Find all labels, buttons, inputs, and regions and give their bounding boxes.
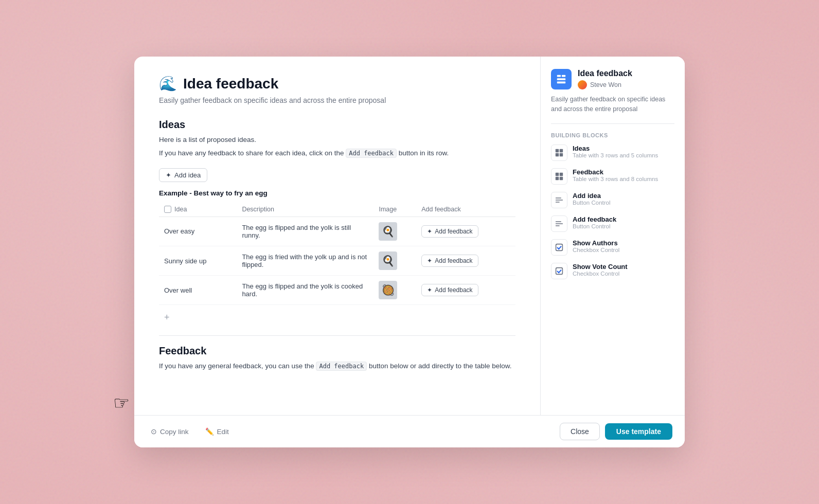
svg-rect-16 [556, 223, 563, 224]
svg-rect-5 [560, 149, 563, 152]
copy-link-label: Copy link [160, 428, 189, 436]
block-desc-4: Checkbox Control [573, 247, 619, 253]
add-idea-icon: ✦ [166, 171, 171, 179]
sidebar-panel: Idea feedback Steve Won Easily gather fe… [541, 57, 685, 415]
table-row: Sunny side up The egg is fried with the … [159, 246, 515, 276]
add-idea-label: Add idea [174, 171, 201, 179]
modal-body: 🌊 Idea feedback Easily gather feedback o… [134, 57, 685, 415]
feedback-button-1[interactable]: ✦ Add feedback [421, 255, 478, 267]
food-image-1: 🍳 [379, 251, 397, 270]
feedback-button-2[interactable]: ✦ Add feedback [421, 284, 478, 296]
example-label: Example - Best way to fry an egg [159, 189, 515, 197]
table-add-row-btn[interactable]: + [159, 309, 515, 326]
block-name-3: Add feedback [573, 215, 616, 223]
template-subtitle: Easily gather feedback on specific ideas… [159, 96, 515, 104]
copy-link-icon: ⊙ [151, 427, 157, 436]
modal-footer: ⊙ Copy link ✏️ Edit Close Use template [134, 415, 685, 447]
sidebar-template-icon [551, 69, 572, 89]
block-text-0: Ideas Table with 3 rows and 5 columns [573, 145, 658, 158]
cell-image-2: 🥘 [373, 276, 416, 305]
food-image-0: 🍳 [379, 222, 397, 241]
svg-rect-13 [556, 200, 563, 201]
block-text-2: Add idea Button Control [573, 192, 611, 206]
sidebar-title: Idea feedback [578, 69, 632, 78]
svg-rect-15 [556, 221, 561, 222]
cell-feedback-1: ✦ Add feedback [416, 246, 515, 276]
template-title: Idea feedback [183, 76, 278, 92]
block-name-5: Show Vote Count [573, 263, 628, 271]
template-wave-icon: 🌊 [159, 75, 177, 92]
feedback-btn-icon-2: ✦ [427, 286, 432, 294]
template-header: 🌊 Idea feedback [159, 75, 515, 92]
use-template-button[interactable]: Use template [605, 423, 672, 440]
svg-rect-0 [557, 75, 561, 77]
edit-icon: ✏️ [205, 427, 214, 436]
svg-rect-11 [560, 176, 563, 179]
ideas-desc-2: If you have any feedback to share for ea… [159, 148, 515, 158]
svg-rect-1 [562, 75, 565, 77]
feedback-button-0[interactable]: ✦ Add feedback [421, 225, 478, 238]
block-icon-4 [551, 239, 567, 256]
block-name-0: Ideas [573, 145, 658, 152]
author-avatar [578, 80, 587, 89]
svg-rect-17 [556, 225, 560, 226]
block-name-1: Feedback [573, 168, 658, 176]
block-icon-1 [551, 168, 567, 185]
cell-feedback-2: ✦ Add feedback [416, 276, 515, 305]
edit-label: Edit [217, 428, 229, 436]
cell-desc-1: The egg is fried with the yolk up and is… [237, 246, 373, 276]
cell-idea-2: Over well [159, 276, 237, 305]
add-idea-button[interactable]: ✦ Add idea [159, 168, 207, 182]
svg-rect-12 [556, 197, 561, 199]
feedback-section: Feedback If you have any general feedbac… [159, 345, 515, 371]
building-blocks-label: BUILDING BLOCKS [551, 132, 674, 138]
ideas-section-heading: Ideas [159, 119, 515, 131]
edit-button[interactable]: ✏️ Edit [201, 424, 233, 439]
feedback-section-heading: Feedback [159, 345, 515, 357]
sidebar-divider [551, 123, 674, 124]
block-desc-5: Checkbox Control [573, 271, 628, 277]
footer-right: Close Use template [560, 423, 672, 440]
feedback-desc-post: button below or add directly to the tabl… [367, 362, 511, 370]
modal: 🌊 Idea feedback Easily gather feedback o… [134, 57, 685, 447]
svg-rect-9 [560, 172, 563, 175]
svg-rect-10 [556, 176, 559, 179]
feedback-desc-pre: If you have any general feedback, you ca… [159, 362, 316, 370]
cell-feedback-0: ✦ Add feedback [416, 217, 515, 246]
col-idea: Idea [159, 202, 237, 217]
ideas-desc-2-pre: If you have any feedback to share for ea… [159, 149, 346, 157]
block-icon-2 [551, 192, 567, 208]
block-name-4: Show Authors [573, 239, 619, 247]
svg-rect-3 [557, 82, 566, 84]
col-image: Image [373, 202, 416, 217]
block-text-4: Show Authors Checkbox Control [573, 239, 619, 253]
table-row: Over easy The egg is flipped and the yol… [159, 217, 515, 246]
cell-desc-2: The egg is flipped and the yolk is cooke… [237, 276, 373, 305]
food-image-2: 🥘 [379, 281, 397, 299]
sidebar-author: Steve Won [578, 80, 632, 89]
block-icon-0 [551, 145, 567, 161]
col-feedback: Add feedback [416, 202, 515, 217]
block-desc-2: Button Control [573, 200, 611, 206]
cell-image-1: 🍳 [373, 246, 416, 276]
sidebar-desc: Easily gather feedback on specific ideas… [551, 95, 674, 114]
block-item-3: Add feedback Button Control [551, 215, 674, 232]
cell-idea-0: Over easy [159, 217, 237, 246]
table-header-row: Idea Description Image Add feedback [159, 202, 515, 217]
footer-left: ⊙ Copy link ✏️ Edit [147, 424, 233, 439]
feedback-btn-icon-0: ✦ [427, 228, 432, 235]
sidebar-title-block: Idea feedback Steve Won [578, 69, 632, 89]
block-name-2: Add idea [573, 192, 611, 200]
svg-rect-8 [556, 172, 559, 175]
cell-image-0: 🍳 [373, 217, 416, 246]
sidebar-header: Idea feedback Steve Won [551, 69, 674, 89]
checkbox-icon [164, 206, 171, 213]
svg-rect-6 [556, 153, 559, 156]
cell-desc-0: The egg is flipped and the yolk is still… [237, 217, 373, 246]
block-item-4: Show Authors Checkbox Control [551, 239, 674, 256]
block-icon-5 [551, 263, 567, 279]
cell-idea-1: Sunny side up [159, 246, 237, 276]
block-item-0: Ideas Table with 3 rows and 5 columns [551, 145, 674, 161]
close-button[interactable]: Close [560, 423, 600, 440]
copy-link-button[interactable]: ⊙ Copy link [147, 424, 193, 439]
